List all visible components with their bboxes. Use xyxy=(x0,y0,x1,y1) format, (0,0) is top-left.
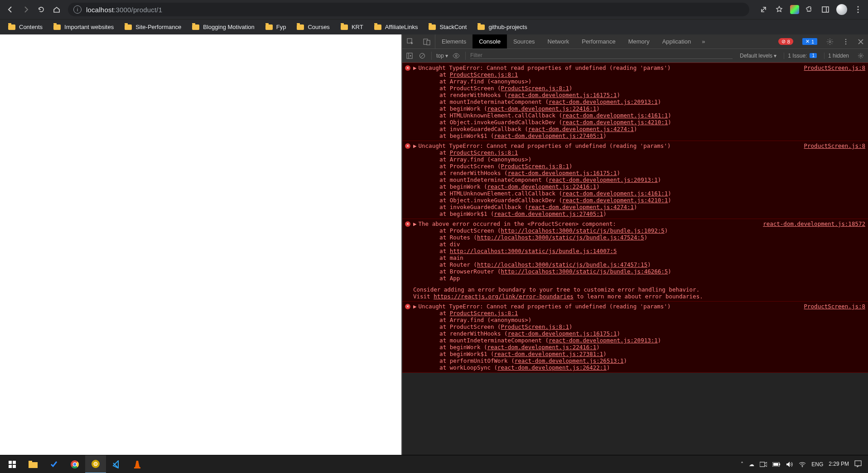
source-link[interactable]: react-dom.development.js:4161:1 xyxy=(562,112,668,119)
more-tabs-icon[interactable]: » xyxy=(697,34,709,49)
info-count-badge[interactable]: ✕1 xyxy=(798,34,822,49)
source-link[interactable]: react-dom.development.js:20913:1 xyxy=(549,337,658,344)
source-link[interactable]: react-dom.development.js:16175:1 xyxy=(508,330,617,337)
bookmark-item[interactable]: github-projects xyxy=(473,22,531,32)
issues-link[interactable]: 1 Issue: 1 xyxy=(784,53,820,59)
error-source-link[interactable]: ProductScreen.js:8 xyxy=(804,142,865,149)
devtools-tab-network[interactable]: Network xyxy=(541,34,576,49)
console-error-message[interactable]: ×▶Uncaught TypeError: Cannot read proper… xyxy=(402,302,868,373)
console-settings-icon[interactable] xyxy=(856,51,865,60)
bookmark-item[interactable]: Important websites xyxy=(49,22,118,32)
console-filter-input[interactable] xyxy=(470,52,733,59)
devtools-menu-icon[interactable] xyxy=(838,34,854,49)
devtools-tab-application[interactable]: Application xyxy=(656,34,698,49)
source-link[interactable]: http://localhost:3000/static/js/bundle.j… xyxy=(477,261,647,268)
clock[interactable]: 2:29 PM xyxy=(829,461,849,467)
extension-icon[interactable] xyxy=(790,5,799,14)
console-sidebar-toggle-icon[interactable] xyxy=(405,51,414,60)
source-link[interactable]: http://localhost:3000/static/js/bundle.j… xyxy=(501,227,665,234)
source-link[interactable]: react-dom.development.js:27405:1 xyxy=(494,210,603,217)
bookmark-item[interactable]: Courses xyxy=(292,22,334,32)
source-link[interactable]: react-dom.development.js:22416:1 xyxy=(487,344,596,351)
context-selector[interactable]: top ▾ xyxy=(436,53,448,59)
source-link[interactable]: react-dom.development.js:4161:1 xyxy=(562,190,668,197)
eye-icon[interactable] xyxy=(452,51,461,60)
bookmark-item[interactable]: Blogging Motivation xyxy=(188,22,259,32)
bookmark-item[interactable]: Site-Performance xyxy=(120,22,186,32)
onedrive-icon[interactable]: ☁ xyxy=(749,461,754,468)
expand-caret-icon[interactable]: ▶ xyxy=(413,64,417,71)
bookmark-item[interactable]: Fyp xyxy=(261,22,291,32)
wifi-icon[interactable] xyxy=(799,462,806,467)
source-link[interactable]: react-dom.development.js:16175:1 xyxy=(508,170,617,176)
vscode-icon[interactable] xyxy=(106,455,127,473)
url-box[interactable]: i localhost:3000/product/1 xyxy=(68,3,749,16)
inspect-element-icon[interactable] xyxy=(402,34,419,49)
console-error-message[interactable]: ×▶The above error occurred in the <Produ… xyxy=(402,219,868,302)
log-levels-selector[interactable]: Default levels ▾ xyxy=(736,53,780,59)
devtools-settings-icon[interactable] xyxy=(822,34,838,49)
source-link[interactable]: ProductScreen.js:8:1 xyxy=(501,323,569,330)
source-link[interactable]: http://localhost:3000/static/js/bundle.j… xyxy=(450,248,617,254)
site-info-icon[interactable]: i xyxy=(73,5,82,14)
source-link[interactable]: ProductScreen.js:8:1 xyxy=(450,149,518,156)
source-link[interactable]: react-dom.development.js:20913:1 xyxy=(549,176,658,183)
source-link[interactable]: react-dom.development.js:22416:1 xyxy=(487,105,596,112)
star-icon[interactable] xyxy=(775,5,784,14)
source-link[interactable]: ProductScreen.js:8:1 xyxy=(450,71,518,78)
volume-icon[interactable] xyxy=(786,461,793,468)
browser-menu-icon[interactable] xyxy=(854,5,863,14)
source-link[interactable]: ProductScreen.js:8:1 xyxy=(450,310,518,317)
devtools-tab-console[interactable]: Console xyxy=(473,34,507,49)
source-link[interactable]: react-dom.development.js:4274:1 xyxy=(528,204,634,210)
devtools-tab-elements[interactable]: Elements xyxy=(435,34,473,49)
clear-console-icon[interactable] xyxy=(418,51,427,60)
file-explorer-icon[interactable] xyxy=(23,455,43,473)
source-link[interactable]: react-dom.development.js:26422:1 xyxy=(497,364,607,371)
bookmark-item[interactable]: KRT xyxy=(336,22,368,32)
reload-button[interactable] xyxy=(34,3,48,16)
devtools-close-icon[interactable] xyxy=(854,34,868,49)
expand-caret-icon[interactable]: ▶ xyxy=(413,142,417,149)
error-source-link[interactable]: ProductScreen.js:8 xyxy=(804,64,865,71)
share-icon[interactable] xyxy=(759,5,768,14)
extensions-puzzle-icon[interactable] xyxy=(805,5,815,14)
source-link[interactable]: ProductScreen.js:8:1 xyxy=(501,85,569,92)
chrome-default-icon[interactable] xyxy=(64,455,85,473)
console-output[interactable]: ×▶Uncaught TypeError: Cannot read proper… xyxy=(402,63,868,455)
tray-chevron-icon[interactable]: ˄ xyxy=(741,461,743,468)
source-link[interactable]: react-dom.development.js:22416:1 xyxy=(487,183,596,190)
bookmark-item[interactable]: Contents xyxy=(4,22,47,32)
task-app-1-icon[interactable] xyxy=(43,455,64,473)
source-link[interactable]: react-dom.development.js:16175:1 xyxy=(508,92,617,98)
source-link[interactable]: http://localhost:3000/static/js/bundle.j… xyxy=(477,234,644,241)
source-link[interactable]: ProductScreen.js:8:1 xyxy=(501,163,569,170)
console-error-message[interactable]: ×▶Uncaught TypeError: Cannot read proper… xyxy=(402,141,868,219)
error-count-badge[interactable]: 8 xyxy=(774,34,798,49)
home-button[interactable] xyxy=(50,3,63,16)
bookmark-item[interactable]: AffiliateLinks xyxy=(370,22,423,32)
device-toolbar-icon[interactable] xyxy=(419,34,435,49)
side-panel-icon[interactable] xyxy=(821,5,830,14)
language-indicator[interactable]: ENG xyxy=(811,461,823,468)
profile-avatar[interactable] xyxy=(836,4,847,15)
doc-link[interactable]: https://reactjs.org/link/error-boundarie… xyxy=(434,293,574,300)
error-source-link[interactable]: ProductScreen.js:8 xyxy=(804,303,865,310)
source-link[interactable]: react-dom.development.js:4210:1 xyxy=(562,119,668,126)
error-source-link[interactable]: react-dom.development.js:18572 xyxy=(763,220,865,227)
expand-caret-icon[interactable]: ▶ xyxy=(413,220,417,227)
battery-icon[interactable] xyxy=(772,462,781,467)
devtools-tab-memory[interactable]: Memory xyxy=(622,34,656,49)
expand-caret-icon[interactable]: ▶ xyxy=(413,303,417,310)
source-link[interactable]: react-dom.development.js:20913:1 xyxy=(549,98,658,105)
notifications-icon[interactable] xyxy=(854,460,863,468)
source-link[interactable]: react-dom.development.js:27381:1 xyxy=(494,351,603,357)
source-link[interactable]: react-dom.development.js:26513:1 xyxy=(515,357,624,364)
console-error-message[interactable]: ×▶Uncaught TypeError: Cannot read proper… xyxy=(402,63,868,141)
source-link[interactable]: react-dom.development.js:4274:1 xyxy=(528,126,634,132)
devtools-tab-performance[interactable]: Performance xyxy=(575,34,622,49)
chrome-canary-icon[interactable] xyxy=(85,455,106,473)
vlc-icon[interactable] xyxy=(127,455,148,473)
forward-button[interactable] xyxy=(19,3,33,16)
devtools-tab-sources[interactable]: Sources xyxy=(507,34,541,49)
